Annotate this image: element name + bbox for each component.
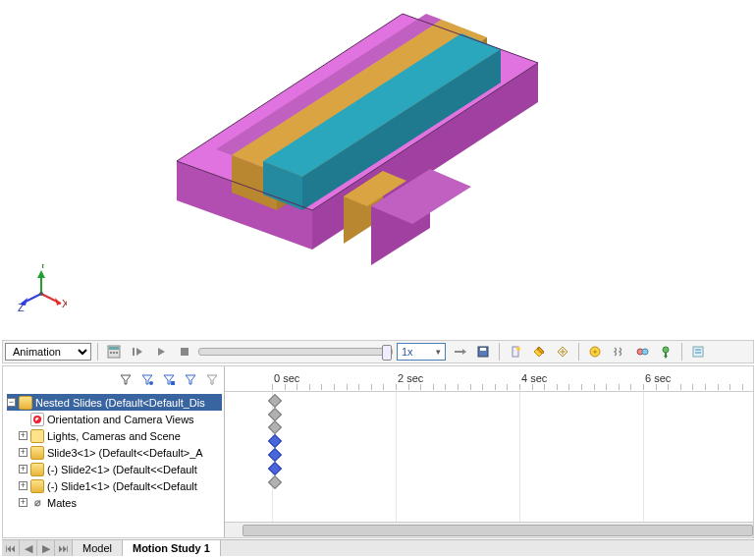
ruler-tick-label: 0 sec (274, 372, 299, 384)
keyframe-icon[interactable] (268, 420, 282, 434)
svg-rect-25 (109, 347, 119, 350)
no-symbol-icon (30, 413, 44, 426)
tree-slide2[interactable]: + (-) Slide2<1> (Default<<Default (7, 461, 222, 477)
svg-point-23 (39, 292, 43, 296)
expand-icon[interactable]: + (19, 431, 27, 440)
keyframe-icon[interactable] (268, 462, 282, 475)
save-animation-button[interactable] (473, 343, 493, 361)
svg-marker-50 (664, 356, 668, 359)
tree-label: (-) Slide2<1> (Default<<Default (47, 464, 222, 475)
timeline-panel[interactable]: 0 sec 2 sec 4 sec 6 sec (225, 366, 753, 537)
study-type-select[interactable]: Animation (5, 343, 91, 361)
tree-orientation-views[interactable]: Orientation and Camera Views (7, 411, 222, 427)
playback-mode-button[interactable] (450, 343, 469, 361)
play-button[interactable] (151, 343, 171, 361)
keyframe-icon[interactable] (268, 448, 282, 462)
view-orientation-triad: X Y Z (18, 264, 67, 315)
keyframe-icon[interactable] (268, 408, 282, 421)
animation-wizard-button[interactable] (506, 343, 525, 361)
motion-feature-tree[interactable]: − Nested Slides (Default<Default_Dis Ori… (3, 392, 224, 537)
svg-text:✎: ✎ (536, 345, 545, 357)
tab-nav-next[interactable]: ▶ (37, 540, 55, 556)
svg-point-56 (149, 381, 153, 385)
lights-icon (30, 429, 44, 443)
expand-icon[interactable]: + (19, 448, 27, 457)
svg-rect-36 (480, 348, 486, 351)
mates-icon: ⌀ (30, 496, 44, 510)
part-icon (30, 446, 44, 460)
contact-button[interactable] (632, 343, 652, 361)
svg-rect-29 (133, 348, 135, 356)
filter-driving-icon[interactable] (160, 370, 178, 388)
svg-point-38 (516, 347, 520, 351)
svg-marker-34 (462, 349, 466, 355)
tree-lights-cameras[interactable]: + Lights, Cameras and Scene (7, 427, 222, 444)
tab-nav-first[interactable]: ⏮ (2, 540, 20, 556)
filter-selected-icon[interactable] (182, 370, 199, 388)
filter-icon[interactable] (117, 370, 135, 388)
calculate-button[interactable] (104, 343, 124, 361)
svg-text:Z: Z (18, 302, 25, 313)
tree-label: (-) Slide1<1> (Default<<Default (47, 480, 222, 492)
play-from-start-button[interactable] (128, 343, 147, 361)
part-icon (30, 479, 44, 493)
time-ruler[interactable]: 0 sec 2 sec 4 sec 6 sec (225, 366, 753, 392)
timeline-scrollbar[interactable] (225, 522, 753, 537)
motor-button[interactable] (585, 343, 605, 361)
add-keypoint-button[interactable] (553, 343, 572, 361)
svg-rect-28 (116, 352, 118, 354)
svg-point-48 (663, 347, 669, 353)
svg-rect-27 (113, 352, 115, 354)
keyframe-icon[interactable] (268, 394, 282, 408)
tree-label: Lights, Cameras and Scene (47, 430, 222, 442)
svg-rect-58 (171, 381, 175, 385)
part-icon (30, 463, 44, 476)
keyframe-icon[interactable] (268, 475, 282, 489)
tree-label: Slide3<1> (Default<<Default>_A (47, 447, 222, 459)
tree-slide3[interactable]: + Slide3<1> (Default<<Default>_A (7, 444, 222, 461)
timeline-tracks[interactable] (225, 392, 753, 522)
expand-icon[interactable]: + (19, 465, 27, 473)
bottom-tab-bar: ⏮ ◀ ▶ ⏭ Model Motion Study 1 (2, 539, 754, 556)
tree-slide1[interactable]: + (-) Slide1<1> (Default<<Default (7, 477, 222, 494)
keyframe-icon[interactable] (268, 434, 282, 448)
tab-model[interactable]: Model (73, 540, 123, 556)
spring-button[interactable] (609, 343, 628, 361)
tab-nav-last[interactable]: ⏭ (55, 540, 73, 556)
ruler-tick-label: 4 sec (521, 372, 547, 384)
svg-marker-60 (207, 375, 217, 384)
ruler-tick-label: 2 sec (398, 372, 423, 384)
motion-study-properties-button[interactable] (688, 343, 708, 361)
tree-filter-bar (3, 366, 224, 392)
svg-rect-32 (181, 348, 189, 356)
keyframe-column[interactable] (270, 392, 282, 490)
gravity-button[interactable] (656, 343, 675, 361)
tree-label: Orientation and Camera Views (47, 414, 222, 425)
expand-icon[interactable]: + (19, 498, 27, 507)
stop-button[interactable] (175, 343, 194, 361)
collapse-icon[interactable]: − (7, 398, 16, 407)
assembly-icon (19, 396, 32, 410)
expand-icon[interactable]: + (19, 481, 27, 490)
svg-marker-54 (121, 375, 131, 384)
svg-marker-31 (158, 348, 165, 356)
autokey-button[interactable]: ✎ (529, 343, 549, 361)
svg-text:X: X (62, 298, 67, 309)
filter-animated-icon[interactable] (138, 370, 156, 388)
playback-speed-select[interactable]: 1x (397, 343, 446, 361)
svg-rect-51 (693, 347, 703, 357)
motion-toolbar: Animation 1x ✎ (2, 340, 754, 363)
tree-label: Nested Slides (Default<Default_Dis (35, 397, 222, 409)
filter-results-icon[interactable] (203, 370, 221, 388)
svg-marker-18 (37, 270, 45, 278)
tree-mates[interactable]: + ⌀ Mates (7, 494, 222, 511)
svg-text:Y: Y (39, 264, 47, 270)
svg-point-47 (642, 349, 648, 355)
model-3d-view[interactable] (147, 4, 560, 279)
svg-rect-26 (110, 352, 112, 354)
ruler-tick-label: 6 sec (645, 372, 671, 384)
time-slider[interactable] (198, 348, 393, 356)
tab-nav-prev[interactable]: ◀ (20, 540, 37, 556)
tab-motion-study-1[interactable]: Motion Study 1 (123, 540, 221, 556)
tree-root-assembly[interactable]: − Nested Slides (Default<Default_Dis (7, 394, 222, 411)
